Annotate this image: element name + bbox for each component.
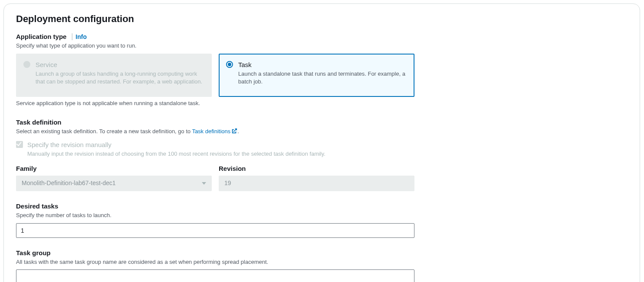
panel-title: Deployment configuration (16, 13, 628, 26)
service-desc: Launch a group of tasks handling a long-… (36, 70, 204, 87)
task-definitions-link[interactable]: Task definitions (192, 128, 237, 135)
desired-tasks-help: Specify the number of tasks to launch. (16, 212, 628, 219)
app-type-section: Application type Info Specify what type … (16, 32, 628, 107)
family-value: Monolith-Definition-lab67-test-dec1 (22, 179, 116, 188)
task-definition-section: Task definition Select an existing task … (16, 118, 628, 191)
revision-col: Revision 19 (219, 164, 414, 191)
revision-field: 19 (219, 176, 414, 191)
desired-tasks-input[interactable] (16, 223, 414, 238)
chevron-down-icon (202, 182, 206, 185)
task-group-section: Task group All tasks with the same task … (16, 248, 628, 282)
radio-icon (226, 61, 233, 68)
task-desc: Launch a standalone task that runs and t… (238, 70, 407, 87)
family-col: Family Monolith-Definition-lab67-test-de… (16, 164, 212, 191)
radio-icon (23, 61, 30, 68)
app-type-service-tile: Service Launch a group of tasks handling… (16, 54, 212, 97)
app-type-label: Application type (16, 32, 67, 41)
specify-revision-label: Specify the revision manually (27, 140, 325, 149)
desired-tasks-label: Desired tasks (16, 202, 58, 211)
desired-tasks-section: Desired tasks Specify the number of task… (16, 202, 628, 238)
family-revision-row: Family Monolith-Definition-lab67-test-de… (16, 164, 628, 191)
deployment-config-panel: Deployment configuration Application typ… (3, 3, 640, 282)
family-label: Family (16, 164, 212, 173)
task-title: Task (238, 60, 407, 69)
family-select: Monolith-Definition-lab67-test-dec1 (16, 176, 212, 191)
checkbox-icon (16, 141, 23, 148)
task-def-help: Select an existing task definition. To c… (16, 128, 628, 136)
specify-revision-help: Manually input the revision instead of c… (27, 150, 325, 158)
specify-revision-row: Specify the revision manually Manually i… (16, 140, 628, 158)
revision-value: 19 (224, 179, 231, 188)
task-group-input[interactable] (16, 269, 414, 282)
app-type-tiles: Service Launch a group of tasks handling… (16, 54, 628, 97)
revision-label: Revision (219, 164, 414, 173)
service-title: Service (36, 60, 204, 69)
task-group-help: All tasks with the same task group name … (16, 258, 628, 266)
task-group-label: Task group (16, 248, 51, 257)
external-link-icon (231, 128, 237, 136)
app-type-help: Specify what type of application you wan… (16, 42, 628, 50)
app-type-note: Service application type is not applicab… (16, 99, 628, 107)
task-def-label: Task definition (16, 118, 61, 127)
info-link[interactable]: Info (72, 33, 87, 40)
app-type-task-tile[interactable]: Task Launch a standalone task that runs … (219, 54, 414, 97)
